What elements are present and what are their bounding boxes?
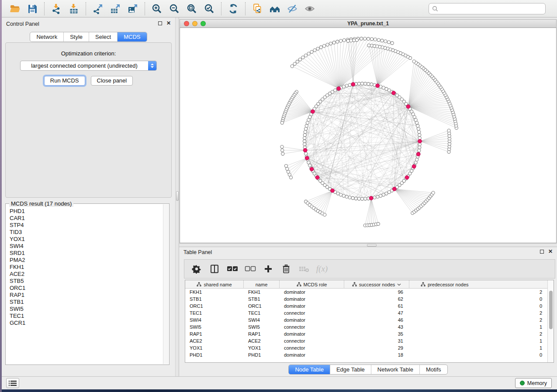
mcds-result-item[interactable]: PHD1: [10, 208, 163, 215]
mcds-result-item[interactable]: RAP1: [10, 292, 163, 299]
add-column-button[interactable]: [261, 261, 275, 276]
cell-shared-name: RAP1: [185, 330, 244, 337]
float-panel-icon[interactable]: [158, 21, 162, 25]
mcds-result-item[interactable]: GCR1: [10, 320, 163, 327]
table-row[interactable]: FKH1FKH1dominator962: [185, 289, 554, 296]
mcds-result-item[interactable]: STP4: [10, 222, 163, 229]
zoom-in-button[interactable]: [148, 1, 166, 16]
table-row[interactable]: PHD1PHD1dominator180: [185, 351, 554, 358]
tab-node-table[interactable]: Node Table: [289, 365, 330, 374]
horizontal-splitter-grip[interactable]: [367, 244, 377, 247]
refresh-layout-button[interactable]: [225, 1, 242, 16]
mcds-result-item[interactable]: ORC1: [10, 285, 163, 292]
cell-predecessor-nodes: 0: [409, 351, 548, 358]
search-field[interactable]: [429, 3, 546, 14]
tab-style[interactable]: Style: [63, 32, 89, 41]
network-graph[interactable]: [180, 28, 556, 243]
function-builder-button[interactable]: f(x): [315, 261, 329, 276]
open-file-button[interactable]: [6, 1, 24, 16]
cell-mcds-role: connector: [280, 344, 344, 351]
export-network-button[interactable]: [89, 1, 107, 16]
table-row[interactable]: TEC1TEC1connector472: [185, 309, 554, 316]
table-header-row: shared namenameMCDS rolesuccessor nodesp…: [185, 280, 554, 289]
column-header-successor-nodes[interactable]: successor nodes: [344, 280, 409, 289]
tab-motifs[interactable]: Motifs: [419, 365, 447, 374]
trash-icon: [282, 264, 291, 274]
network-titlebar[interactable]: YPA_prune.txt_1: [180, 19, 557, 28]
memory-button[interactable]: Memory: [515, 378, 552, 388]
mcds-result-item[interactable]: PMA2: [10, 257, 163, 264]
new-network-from-selection-button[interactable]: [249, 1, 266, 16]
import-table-button[interactable]: [65, 1, 83, 16]
mcds-result-item[interactable]: SRD1: [10, 250, 163, 257]
show-all-button[interactable]: [301, 1, 318, 16]
first-neighbors-button[interactable]: [266, 1, 284, 16]
tab-network-table[interactable]: Network Table: [371, 365, 419, 374]
mcds-result-item[interactable]: YOX1: [10, 236, 163, 243]
mcds-result-item[interactable]: SWI5: [10, 306, 163, 313]
close-panel-icon[interactable]: ✕: [166, 21, 171, 26]
table-row[interactable]: ORC1ORC1dominator610: [185, 303, 554, 309]
select-all-button[interactable]: [225, 261, 239, 276]
column-header-shared-name[interactable]: shared name: [185, 280, 244, 289]
delete-table-button[interactable]: [297, 261, 311, 276]
cell-predecessor-nodes: 0: [409, 296, 548, 303]
cytoscape-window: Control Panel ✕ NetworkStyleSelectMCDS O…: [2, 0, 557, 389]
table-row[interactable]: STB1STB1dominator620: [185, 296, 554, 303]
table-row[interactable]: SWI5SWI5connector431: [185, 323, 554, 330]
zoom-selected-button[interactable]: [201, 1, 218, 16]
delete-columns-button[interactable]: [279, 261, 293, 276]
tab-mcds[interactable]: MCDS: [117, 32, 146, 41]
checked-boxes-icon: [227, 265, 238, 272]
tab-select[interactable]: Select: [89, 32, 117, 41]
mcds-result-item[interactable]: TEC1: [10, 313, 163, 320]
tab-network[interactable]: Network: [30, 32, 63, 41]
mcds-list-scrollbar[interactable]: [163, 204, 169, 364]
export-image-button[interactable]: [124, 1, 142, 16]
close-table-panel-icon[interactable]: ✕: [548, 249, 553, 254]
table-row[interactable]: SWI4SWI4dominator462: [185, 316, 554, 323]
run-mcds-button[interactable]: Run MCDS: [44, 76, 85, 86]
table-row[interactable]: ACE2ACE2connector311: [185, 337, 554, 344]
vertical-splitter[interactable]: [175, 17, 179, 376]
network-canvas[interactable]: [180, 28, 557, 243]
search-input[interactable]: [440, 5, 542, 12]
table-scrollbar[interactable]: [547, 280, 554, 362]
save-session-button[interactable]: [24, 1, 41, 16]
column-header-mcds-role[interactable]: MCDS role: [280, 280, 344, 289]
table-row[interactable]: RAP1RAP1dominator352: [185, 330, 554, 337]
mcds-result-item[interactable]: SWI4: [10, 243, 163, 250]
zoom-out-button[interactable]: [166, 1, 183, 16]
column-header-predecessor-nodes[interactable]: predecessor nodes: [409, 280, 548, 289]
show-columns-button[interactable]: [208, 261, 221, 276]
select-stepper-icon: [148, 61, 156, 70]
column-namespace-icon: [197, 282, 201, 287]
table-scrollbar-thumb[interactable]: [549, 291, 553, 329]
mcds-result-item[interactable]: CAR1: [10, 215, 163, 222]
criterion-select[interactable]: largest connected component (undirected): [20, 61, 157, 71]
hide-selected-button[interactable]: [284, 1, 301, 16]
show-panels-button[interactable]: [6, 378, 19, 388]
mcds-result-item[interactable]: FKH1: [10, 264, 163, 271]
table-panel-header: Table Panel ✕: [179, 248, 557, 257]
table-settings-button[interactable]: [190, 261, 204, 276]
mcds-result-item[interactable]: STB5: [10, 278, 163, 285]
import-network-button[interactable]: [48, 1, 65, 16]
deselect-all-button[interactable]: [243, 261, 257, 276]
network-title: YPA_prune.txt_1: [180, 21, 556, 27]
close-panel-button[interactable]: Close panel: [91, 76, 133, 86]
column-header-label: successor nodes: [359, 282, 395, 287]
zoom-fit-button[interactable]: [183, 1, 201, 16]
tab-edge-table[interactable]: Edge Table: [330, 365, 371, 374]
float-table-panel-icon[interactable]: [540, 250, 544, 254]
mcds-result-item[interactable]: ACE2: [10, 271, 163, 278]
mcds-result-item[interactable]: TID3: [10, 229, 163, 236]
column-header-name[interactable]: name: [244, 280, 280, 289]
vertical-splitter-grip[interactable]: [176, 191, 179, 201]
export-table-button[interactable]: [107, 1, 124, 16]
horizontal-splitter[interactable]: [179, 243, 557, 247]
mcds-result-item[interactable]: STB1: [10, 299, 163, 306]
cell-predecessor-nodes: 2: [409, 289, 548, 296]
cell-successor-nodes: 96: [344, 289, 409, 296]
table-row[interactable]: YOX1YOX1connector291: [185, 344, 554, 351]
